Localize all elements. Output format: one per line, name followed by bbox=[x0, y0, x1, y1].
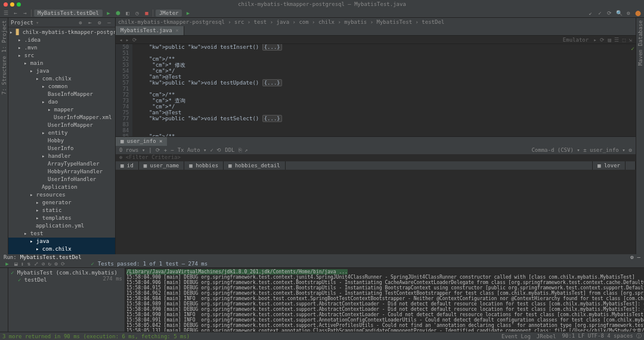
db-refresh-icon[interactable]: ⟳ bbox=[156, 147, 160, 153]
tests-passed-label: Tests passed: 1 of 1 test – 274 ms bbox=[98, 261, 208, 267]
event-log-link[interactable]: Event Log bbox=[501, 333, 531, 339]
hide-icon[interactable]: — bbox=[106, 19, 113, 26]
sidebar-title: Project bbox=[11, 20, 33, 26]
vcs-update-icon[interactable]: ↙ bbox=[587, 10, 594, 17]
run-hide-icon[interactable]: — bbox=[637, 254, 640, 260]
locate-icon[interactable]: ⊕ bbox=[77, 19, 84, 26]
tree-node[interactable]: ▸ entity bbox=[8, 129, 115, 137]
db-column[interactable]: ▦ user_name bbox=[139, 161, 185, 170]
db-tab[interactable]: ▦ user_info × bbox=[116, 137, 167, 146]
open-icon[interactable]: ☰ bbox=[2, 10, 10, 17]
tree-node[interactable]: ▸ templates bbox=[8, 214, 115, 222]
collapse-icon[interactable]: ⇤ bbox=[86, 19, 94, 26]
tree-node[interactable]: ▸ java bbox=[8, 67, 115, 75]
db-rows-select[interactable]: 0 rows ▾ bbox=[119, 147, 145, 153]
tree-node[interactable]: application.yml bbox=[8, 222, 115, 230]
db-tx-select[interactable]: Tx Auto ▾ bbox=[178, 147, 207, 153]
db-ddl[interactable]: DDL bbox=[225, 147, 234, 153]
editor-area: chilx-mybatis-tkmapper-postgresql › src … bbox=[116, 18, 636, 262]
run-config-select[interactable]: MyBatisTest.testDel bbox=[34, 10, 103, 17]
db-column[interactable]: ▦ hobbies bbox=[184, 161, 224, 170]
tree-node[interactable]: ▸ src bbox=[8, 52, 115, 60]
db-export-select[interactable]: Comma-d (CSV) ▾ ± user_info ▾ bbox=[531, 147, 625, 153]
db-columns: ▦ id▦ user_name▦ hobbies▦ hobbies_detail… bbox=[116, 161, 636, 170]
run-settings-icon[interactable]: ⚙ bbox=[630, 254, 633, 260]
gear-icon[interactable]: ⚙ bbox=[96, 19, 103, 26]
run-title: MybatisTest.testDel bbox=[20, 254, 82, 260]
tree-node[interactable]: ▸ common bbox=[8, 83, 115, 91]
db-filter-input[interactable]: ⊕ <Filter Criteria> bbox=[116, 154, 636, 161]
tree-node[interactable]: BaseInfoMapper bbox=[8, 91, 115, 98]
breadcrumbs[interactable]: chilx-mybatis-tkmapper-postgresql › src … bbox=[116, 18, 636, 26]
tree-root[interactable]: ▸ ▉ chilx-mybatis-tkmapper-postgresql ~/… bbox=[8, 29, 115, 36]
debug-icon[interactable]: ⬢ bbox=[114, 10, 122, 17]
coverage-icon[interactable]: ◧ bbox=[124, 10, 131, 17]
maximize-window[interactable] bbox=[17, 2, 21, 7]
jmeter-select[interactable]: JMeter bbox=[156, 10, 182, 17]
tree-node[interactable]: UserInfoMapper.xml bbox=[8, 114, 115, 121]
tree-node[interactable]: UserInfo bbox=[8, 145, 115, 152]
tree-node[interactable]: ▸ resources bbox=[8, 191, 115, 199]
tree-node[interactable]: ▸ com.chilx bbox=[8, 245, 115, 253]
inspection-ok-icon[interactable]: ✓ bbox=[631, 45, 634, 52]
test-toolbar-icons[interactable]: ⬓ ↕ ⇅ ⤢ ⊘ ↻ ⚙ ⟳ bbox=[14, 261, 66, 267]
test-node[interactable]: MybatisTest (com.chilx.mybatis) 274 ms bbox=[11, 269, 122, 276]
db-add-icon[interactable]: + bbox=[164, 147, 167, 153]
tree-node[interactable]: UserInfoMapper bbox=[8, 121, 115, 129]
db-column[interactable]: ▦ id bbox=[116, 161, 139, 170]
stop-icon[interactable]: ■ bbox=[143, 10, 150, 17]
editor-tab[interactable]: MybatisTest.java × bbox=[116, 26, 184, 35]
db-remove-icon[interactable]: − bbox=[171, 147, 174, 153]
db-column[interactable] bbox=[286, 161, 593, 170]
emulator-label[interactable]: Emulator bbox=[563, 37, 589, 43]
db-settings-icon[interactable]: ⚙ bbox=[629, 147, 632, 153]
structure-tool-tab[interactable]: 7: Structure bbox=[1, 56, 7, 95]
project-sidebar: Project ▾ ⊕ ⇤ ⚙ — ▸ ▉ chilx-mybatis-tkma… bbox=[8, 18, 116, 262]
db-column[interactable] bbox=[626, 161, 636, 170]
main-toolbar: ☰ ← → MyBatisTest.testDel ▶ ⬢ ◧ ◷ ■ JMet… bbox=[0, 8, 644, 18]
project-tool-tab[interactable]: 1: Project bbox=[1, 20, 7, 52]
tree-node[interactable]: Application bbox=[8, 183, 115, 191]
maven-tool-tab[interactable]: Maven bbox=[637, 49, 643, 65]
search-icon[interactable]: 🔍 bbox=[615, 10, 623, 17]
tree-node[interactable]: ▸ .idea bbox=[8, 36, 115, 44]
back-icon[interactable]: ← bbox=[12, 10, 19, 17]
right-gutter: Database Maven bbox=[636, 18, 644, 262]
tree-node[interactable]: HobbyArrayHandler bbox=[8, 168, 115, 176]
tree-node[interactable]: ▸ test bbox=[8, 230, 115, 238]
run-gutter bbox=[0, 268, 8, 335]
avatar-icon[interactable]: ⬤ bbox=[634, 10, 642, 17]
console-output[interactable]: /Library/Java/JavaVirtualMachines/jdk1.8… bbox=[125, 268, 644, 335]
tree-node[interactable]: ArrayTypeHandler bbox=[8, 160, 115, 168]
tree-node[interactable]: ▸ generator bbox=[8, 199, 115, 207]
jrebel-link[interactable]: JRebel bbox=[537, 333, 556, 339]
minimize-window[interactable] bbox=[10, 2, 14, 7]
titlebar: chilx-mybatis-tkmapper-postgresql – Myba… bbox=[0, 0, 644, 8]
history-icon[interactable]: ⟳ bbox=[606, 10, 613, 17]
profile-icon[interactable]: ◷ bbox=[134, 10, 141, 17]
run-icon[interactable]: ▶ bbox=[105, 10, 112, 17]
settings-icon[interactable]: ⚙ bbox=[625, 10, 632, 17]
source-code[interactable]: "kw">public "kw">void testInsert() {...}… bbox=[132, 44, 636, 136]
test-tree[interactable]: MybatisTest (com.chilx.mybatis) 274 mste… bbox=[8, 268, 125, 335]
rerun-icon[interactable]: ▶ bbox=[4, 260, 11, 267]
status-tail: 90:1 LF UTF-8 4 spaces ⓘ bbox=[562, 332, 642, 340]
left-gutter: 1: Project 7: Structure bbox=[0, 18, 8, 262]
forward-icon[interactable]: → bbox=[21, 10, 29, 17]
tree-node[interactable]: ▸ static bbox=[8, 207, 115, 214]
close-window[interactable] bbox=[4, 2, 8, 7]
tree-node[interactable]: ▸ main bbox=[8, 60, 115, 67]
tree-node[interactable]: ▸ dao bbox=[8, 98, 115, 106]
tree-node[interactable]: Hobby bbox=[8, 137, 115, 145]
tree-node[interactable]: ▸ mapper bbox=[8, 106, 115, 114]
tree-node[interactable]: ▸ handler bbox=[8, 152, 115, 160]
db-column[interactable]: ▦ hobbies_detail bbox=[224, 161, 286, 170]
tree-node[interactable]: UserInfoHandler bbox=[8, 176, 115, 183]
vcs-commit-icon[interactable]: ✓ bbox=[596, 10, 603, 17]
tree-node[interactable]: ▸ java bbox=[8, 238, 115, 245]
db-column[interactable]: ▦ lover bbox=[593, 161, 626, 170]
database-tool-tab[interactable]: Database bbox=[637, 20, 643, 46]
tree-node[interactable]: ▸ com.chilx bbox=[8, 75, 115, 83]
tree-node[interactable]: ▸ .mvn bbox=[8, 44, 115, 52]
jmeter-run-icon[interactable]: ▶ bbox=[184, 10, 191, 17]
